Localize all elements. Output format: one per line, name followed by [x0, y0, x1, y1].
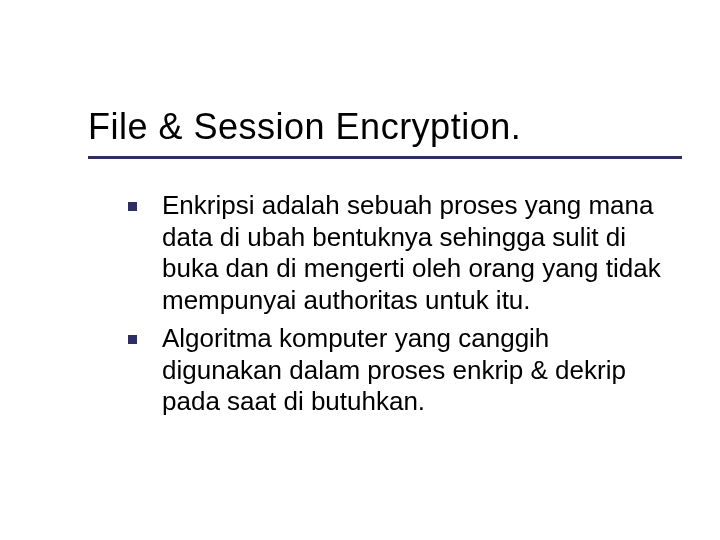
bullet-text: Algoritma komputer yang canggih digunaka… — [162, 323, 626, 416]
bullet-text: Enkripsi adalah sebuah proses yang mana … — [162, 190, 661, 315]
list-item: Algoritma komputer yang canggih digunaka… — [128, 323, 672, 418]
bullet-icon — [128, 202, 137, 211]
slide: File & Session Encryption. Enkripsi adal… — [0, 0, 720, 540]
title-underline — [88, 156, 682, 159]
list-item: Enkripsi adalah sebuah proses yang mana … — [128, 190, 672, 317]
slide-title: File & Session Encryption. — [88, 106, 521, 148]
slide-body: Enkripsi adalah sebuah proses yang mana … — [128, 190, 672, 424]
bullet-icon — [128, 335, 137, 344]
